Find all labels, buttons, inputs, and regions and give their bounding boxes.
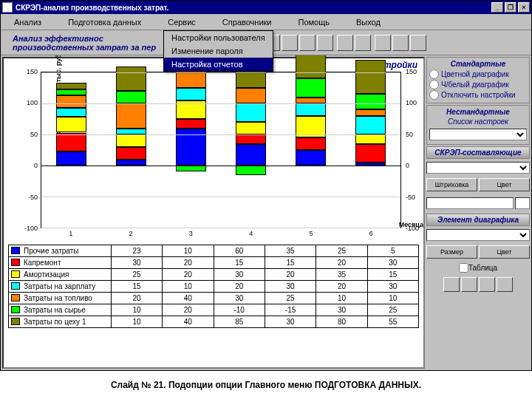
pattern-swatch[interactable] bbox=[515, 197, 530, 209]
group-nonstd-title: Нестандартные bbox=[429, 108, 527, 116]
maximize-button[interactable]: ❐ bbox=[505, 2, 516, 13]
settings-select[interactable] bbox=[429, 129, 527, 140]
label-element: Элемент диаграфика bbox=[426, 214, 530, 226]
x-axis: 123456 bbox=[41, 228, 401, 242]
radio-disable[interactable]: Отключить настройки bbox=[429, 90, 527, 100]
radio-bw[interactable]: Ч/белый диаграфик bbox=[429, 80, 527, 89]
tool-icon[interactable] bbox=[355, 35, 371, 51]
page-title-2: производственных затрат за пер bbox=[13, 43, 168, 52]
y-axis-right: 150100500-50-100 bbox=[404, 72, 423, 228]
icon-btn[interactable] bbox=[479, 277, 495, 292]
minimize-button[interactable]: _ bbox=[491, 2, 503, 13]
menu-service[interactable]: Сервис bbox=[154, 18, 209, 27]
tool-icon[interactable] bbox=[317, 35, 333, 51]
chart-area: СКРЭП-составляющие, тыс. руб 150100500-5… bbox=[41, 72, 401, 242]
element-select[interactable] bbox=[426, 229, 530, 241]
group-standard-title: Стандартные bbox=[429, 60, 527, 68]
tool-icon[interactable] bbox=[392, 35, 409, 51]
page-title-1: Анализ эффективнос bbox=[13, 34, 168, 43]
footer-caption: Слайд № 21. Подопции опции Главного меню… bbox=[0, 371, 532, 399]
tool-icon[interactable] bbox=[410, 35, 426, 51]
dropdown-change-password[interactable]: Изменение пароля bbox=[164, 44, 273, 58]
color2-button[interactable]: Цвет bbox=[479, 245, 530, 259]
dropdown-report-settings[interactable]: Настройка отчетов bbox=[164, 58, 273, 71]
size-button[interactable]: Размер bbox=[426, 245, 477, 259]
menu-analysis[interactable]: Анализ bbox=[1, 18, 55, 27]
chart-pane: Настройки СКРЭП-составляющие, тыс. руб 1… bbox=[2, 57, 425, 369]
radio-color[interactable]: Цветной диаграфик bbox=[429, 69, 527, 79]
color-button[interactable]: Цвет bbox=[479, 178, 530, 191]
side-panel: Стандартные Цветной диаграфик Ч/белый ди… bbox=[426, 57, 530, 369]
table-checkbox[interactable]: Таблица bbox=[426, 263, 530, 273]
menu-refs[interactable]: Справочники bbox=[209, 18, 285, 27]
icon-btn[interactable] bbox=[497, 277, 513, 292]
group-nonstd-sub: Список настроек bbox=[429, 117, 527, 126]
tool-icon[interactable] bbox=[375, 35, 391, 51]
menubar: Анализ Подготовка данных Сервис Справочн… bbox=[1, 14, 531, 30]
plot-area bbox=[41, 72, 401, 228]
titlebar: СКРЭП-анализ производственных затрат. _ … bbox=[1, 1, 531, 14]
data-table: Прочие затраты23106035255Капремонт302015… bbox=[8, 245, 419, 328]
hatch-button[interactable]: Штриховка bbox=[426, 178, 477, 191]
menu-help[interactable]: Помощь bbox=[285, 18, 344, 27]
tool-icon[interactable] bbox=[282, 35, 298, 51]
x-axis-label: Месяца bbox=[399, 221, 423, 228]
icon-btn[interactable] bbox=[461, 277, 477, 292]
app-icon bbox=[2, 2, 13, 13]
menu-exit[interactable]: Выход bbox=[343, 18, 394, 27]
refresh-icon[interactable] bbox=[443, 277, 460, 292]
tool-icon[interactable] bbox=[299, 35, 316, 51]
close-button[interactable]: × bbox=[518, 2, 530, 13]
dropdown-user-settings[interactable]: Настройки пользователя bbox=[164, 31, 273, 44]
label-components: СКРЭП-составляющие bbox=[426, 146, 530, 159]
menu-data-prep[interactable]: Подготовка данных bbox=[55, 18, 154, 27]
service-dropdown: Настройки пользователя Изменение пароля … bbox=[163, 30, 273, 72]
window-title: СКРЭП-анализ производственных затрат. bbox=[16, 4, 168, 12]
tool-icon[interactable] bbox=[337, 35, 353, 51]
pattern-field[interactable] bbox=[426, 197, 514, 209]
y-axis: 150100500-50-100 bbox=[20, 72, 39, 228]
component-select[interactable] bbox=[426, 162, 530, 174]
